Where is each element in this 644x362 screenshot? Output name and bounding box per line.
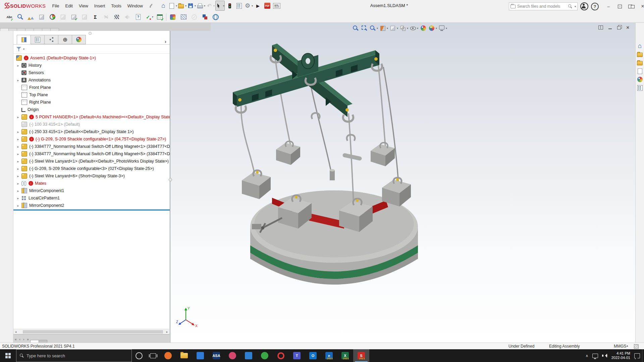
filter-dropdown-icon[interactable]: ▾ [23,48,24,51]
model-tab[interactable] [30,340,39,343]
undo-button[interactable]: ▾ [206,1,215,10]
app-file-explorer[interactable] [176,349,192,362]
motion-study-tab[interactable] [39,340,47,343]
tree-item-250-33-415[interactable]: ▸ ↓ (-) 250 33 415<1> (Default<<Default>… [13,128,170,135]
scrollbar-thumb[interactable] [23,330,163,334]
tree-item-mirrorcomponent2[interactable]: ▸ ↓ MirrorComponent2 [13,202,170,209]
tree-horizontal-scrollbar[interactable]: ◂▸ [13,329,169,335]
split-pane-icon[interactable] [598,25,603,29]
menu-item[interactable]: Tools [108,3,124,8]
app-asa[interactable]: ASA [208,349,224,362]
dock-tool-10[interactable] [3,116,10,122]
menu-item[interactable]: Edit [62,3,75,8]
show-desktop-button[interactable] [642,349,644,362]
tree-item-lifting-magnet-1[interactable]: ▸ ↓ (-) 3384T77_Nonmarring Manual Switch… [13,143,170,150]
tab-nav-button[interactable]: « [13,338,18,343]
section-properties-button[interactable]: ▾ [37,12,46,22]
close-button[interactable]: × [637,2,644,11]
panel-splitter[interactable] [13,31,170,34]
tree-item-localcirpattern1[interactable]: ▸ ↓ LocalCirPattern1 [13,194,170,202]
zoom-fit-button[interactable]: ▾ [352,24,359,32]
expand-arrow-icon[interactable]: ▸ [17,152,19,156]
user-account-icon[interactable] [580,2,588,10]
task-view-button[interactable] [146,349,160,362]
tree-item-lifting-magnet-5[interactable]: ▸ ↓ (-) 3384T77_Nonmarring Manual Switch… [13,150,170,158]
dock-tool-1[interactable] [3,34,10,41]
app-edrawings[interactable]: e2021 [321,349,337,362]
render-tools-button[interactable]: ▾ [168,12,177,22]
expand-arrow-icon[interactable]: ▸ [17,167,19,171]
expand-arrow-icon[interactable]: ▸ [17,182,19,185]
graphics-viewport[interactable]: ▾ ▾ ▾ ▾ ▾ ▾ ▾ ▾ [170,23,644,343]
cortana-button[interactable] [132,349,146,362]
minimize-document-icon[interactable] [608,26,612,29]
file-properties-button[interactable]: ▾ [235,1,244,10]
pin-icon[interactable] [149,3,153,8]
appearances-tab[interactable] [636,76,644,83]
save-as-pdf-button[interactable]: PDF ▾ [263,1,272,10]
dimxpertmanager-tab[interactable] [58,35,72,44]
app-firefox[interactable] [160,349,176,362]
tab-sketch-ink[interactable] [25,28,34,31]
dock-tool-6[interactable] [3,79,10,86]
3dexperience-button[interactable]: ▾ [211,12,220,22]
tab-nav-button[interactable]: ‹ [18,338,22,343]
app-outlook[interactable]: O [305,349,321,362]
app-teams[interactable]: T [289,349,305,362]
expand-arrow-icon[interactable]: ▸ [17,145,19,148]
view-orientation-button[interactable]: ▾ [389,24,398,32]
zoom-area-button[interactable]: ▾ [361,24,368,32]
tree-item-steel-wire-lanyard-1[interactable]: ▸ ↓ (-) Steel Wire Lanyard<1> (Default<<… [13,158,170,165]
configurationmanager-tab[interactable] [44,35,58,44]
status-units[interactable]: MMGS [614,344,626,349]
dock-tool-12[interactable] [3,134,10,140]
design-library-tab[interactable] [636,51,644,58]
dock-tool-4[interactable] [3,61,10,68]
separator[interactable]: ▾ [166,13,166,21]
tree-item-mates[interactable]: ▸ ↓ Mates [13,180,170,187]
print-button[interactable]: ▾ [197,1,205,10]
dock-tool-9[interactable] [3,107,10,113]
close-document-icon[interactable]: × [626,26,629,29]
spell-check-button[interactable]: Abc ▾ [5,12,14,22]
tree-item-g209-shackle-3[interactable]: ▸ ↓ (-) G-209, S-209 Shackle configurabl… [13,165,170,172]
tab-layout[interactable] [8,28,17,31]
arrange-windows-button[interactable]: ↔ [614,2,626,11]
dock-tool-5[interactable] [3,70,10,77]
panel-viewport-splitter-handle[interactable] [169,178,172,181]
tab-nav-button[interactable]: » [25,338,30,343]
expand-arrow-icon[interactable]: ▸ [17,189,19,193]
dock-tool-2[interactable] [3,43,10,50]
verification-button[interactable]: ▾ [145,12,153,22]
check-document-button[interactable]: ▾ [69,12,78,22]
tree-item-g209-shackle-1[interactable]: ▸ ↓ (-) G-209, S-209 Shackle configurabl… [13,135,170,143]
tree-item-assem1[interactable]: ▸ ↓ Assem1 (Default<Display State-1>) [13,54,170,62]
expand-arrow-icon[interactable]: ▸ [17,115,19,119]
status-tag-icon[interactable] [634,344,639,349]
equations-button[interactable]: Σ ▾ [91,12,100,22]
app-solidworks[interactable]: S2021 [353,349,369,362]
restore-document-icon[interactable] [617,26,621,29]
help-icon[interactable]: ? [591,3,599,10]
app-pink[interactable] [224,349,240,362]
start-button[interactable] [0,349,16,362]
solidworks-resources-tab[interactable] [636,42,644,50]
tree-item-top-plane[interactable]: ▸ ↓ Top Plane [13,91,170,99]
sensor-tool-button[interactable]: ▾ [59,12,67,22]
expand-arrow-icon[interactable]: ▸ [17,137,19,141]
curvature-display-button[interactable]: ▾ [112,12,121,22]
export-stl-button[interactable]: STL ▾ [272,1,281,10]
expand-arrow-icon[interactable]: ▸ [17,174,19,178]
app-excel[interactable]: X2021 [337,349,353,362]
tree-item-100-33-415[interactable]: ▸ ↓ (-) 100 33 415<1> (Default) [13,121,170,128]
approve-button[interactable]: ▾ [190,12,199,22]
expand-arrow-icon[interactable]: ▸ [17,130,19,134]
taskbar-clock[interactable]: 4:41 PM 2022-04-01 [609,351,632,360]
network-icon[interactable] [590,349,600,362]
performance-evaluation-button[interactable]: ▾ [48,12,57,22]
view-settings-button[interactable]: ▾ [438,24,447,32]
app-feather[interactable] [240,349,257,362]
file-search-box[interactable]: Search files and models ▾ [509,2,578,10]
filter-icon[interactable] [16,46,21,52]
search-dropdown-icon[interactable]: ▾ [575,5,576,8]
